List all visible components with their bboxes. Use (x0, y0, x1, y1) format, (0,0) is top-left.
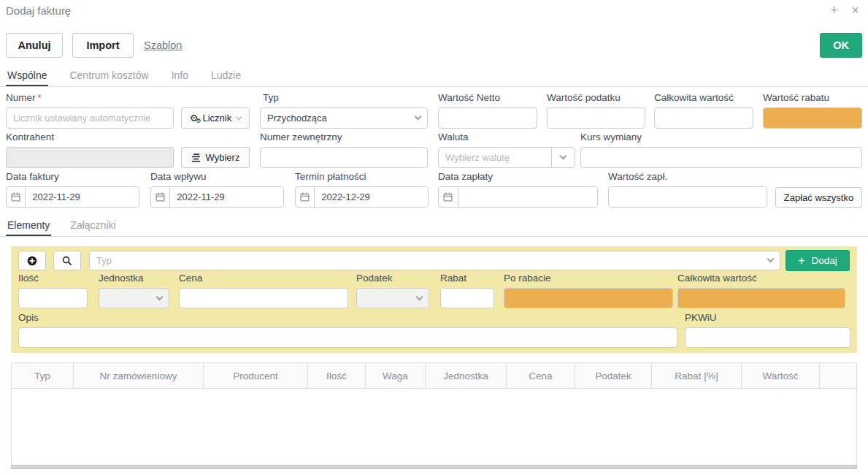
tab-centrum-kosztow[interactable]: Centrum kosztów (68, 69, 150, 86)
col-cena[interactable]: Cena (507, 363, 575, 389)
waluta-label: Waluta (438, 132, 469, 142)
po-rabacie-label: Po rabacie (504, 273, 551, 284)
opis-label: Opis (18, 312, 39, 323)
col-rabat[interactable]: Rabat [%] (652, 363, 742, 389)
plus-icon: + (798, 254, 804, 267)
import-button[interactable]: Import (72, 33, 134, 58)
items-table: Typ Nr zamówieniowy Producent Ilość Waga… (11, 362, 857, 469)
tab-elementy[interactable]: Elementy (6, 219, 51, 236)
payment-due-date-input[interactable] (315, 187, 428, 207)
cena-label: Cena (179, 273, 202, 284)
tab-wspolne[interactable]: Wspólne (6, 69, 48, 86)
element-entry-panel: Typ + Dodaj Ilość Jednostka Cena Podatek… (11, 246, 857, 353)
podatek-label: Podatek (356, 273, 393, 284)
plus-circle-icon (27, 256, 37, 266)
data-wplywu-label: Data wpływu (150, 171, 207, 182)
tax-select[interactable] (356, 288, 429, 308)
receipt-date-input[interactable] (170, 187, 283, 207)
add-element-button[interactable] (18, 251, 46, 270)
window-add-icon[interactable]: + (830, 3, 838, 17)
discount-input[interactable] (440, 288, 494, 308)
payment-date-field[interactable] (438, 186, 598, 208)
element-type-combobox[interactable]: Typ (89, 251, 780, 270)
col-typ[interactable]: Typ (12, 363, 74, 389)
wartosc-zapl-label: Wartość zapł. (608, 171, 667, 182)
gears-icon: ⚙⚙ (190, 113, 199, 123)
tab-info[interactable]: Info (170, 69, 190, 86)
template-link[interactable]: Szablon (144, 39, 182, 51)
tab-ludzie[interactable]: Ludzie (210, 69, 242, 86)
col-podatek[interactable]: Podatek (575, 363, 652, 389)
payment-due-date-field[interactable] (295, 186, 429, 208)
pkwiu-label: PKWiU (685, 312, 717, 323)
calkowita-wartosc-item-label: Całkowita wartość (677, 273, 757, 284)
calendar-icon[interactable] (151, 187, 170, 207)
table-empty-body (11, 389, 857, 465)
numer-zewnetrzny-label: Numer zewnętrzny (260, 132, 342, 142)
price-input[interactable] (179, 288, 348, 308)
quantity-input[interactable] (18, 288, 88, 308)
invoice-date-field[interactable] (6, 186, 139, 208)
table-header-row: Typ Nr zamówieniowy Producent Ilość Waga… (12, 363, 857, 389)
discount-value-input[interactable] (763, 107, 862, 129)
choose-contractor-button[interactable]: Wybierz (181, 147, 250, 168)
search-icon (62, 256, 72, 266)
tax-value-input[interactable] (547, 107, 645, 129)
tab-zalaczniki[interactable]: Załączniki (69, 219, 117, 236)
chevron-down-icon (560, 153, 567, 160)
chevron-down-icon (767, 256, 775, 263)
col-waga[interactable]: Waga (366, 363, 426, 389)
paid-value-input[interactable] (608, 186, 767, 208)
exchange-rate-input[interactable] (580, 147, 862, 168)
required-asterisk: * (38, 92, 42, 103)
jednostka-label: Jednostka (99, 273, 144, 284)
chevron-down-icon (415, 113, 422, 121)
window-close-icon[interactable]: × (851, 3, 859, 17)
col-producent[interactable]: Producent (204, 363, 308, 389)
calendar-icon[interactable] (296, 187, 315, 207)
unit-select[interactable] (99, 288, 169, 308)
chevron-down-icon (236, 113, 242, 119)
invoice-date-input[interactable] (26, 187, 139, 207)
total-value-input[interactable] (654, 107, 753, 129)
description-input[interactable] (18, 327, 677, 348)
licznik-button[interactable]: ⚙⚙ Licznik (181, 107, 250, 129)
invoice-type-select[interactable]: Przychodząca (260, 107, 428, 129)
wartosc-rabatu-label: Wartość rabatu (763, 92, 829, 103)
pay-all-button[interactable]: Zapłać wszystko (775, 187, 862, 208)
currency-dropdown-toggle[interactable] (551, 148, 575, 167)
cancel-button[interactable]: Anuluj (6, 33, 63, 58)
payment-date-input[interactable] (458, 187, 597, 207)
calendar-icon[interactable] (7, 187, 26, 207)
sub-tabs: Elementy Załączniki (0, 219, 868, 237)
item-total-input[interactable] (677, 288, 845, 308)
invoice-number-input[interactable] (6, 107, 174, 129)
chevron-down-icon (416, 293, 423, 300)
kurs-wymiany-label: Kurs wymiany (580, 132, 642, 142)
pkwiu-input[interactable] (685, 327, 850, 348)
wartosc-podatku-label: Wartość podatku (547, 92, 621, 103)
receipt-date-field[interactable] (150, 186, 284, 208)
col-ilosc[interactable]: Ilość (308, 363, 366, 389)
col-actions (820, 363, 857, 389)
search-element-button[interactable] (53, 251, 81, 270)
rabat-label: Rabat (440, 273, 466, 284)
col-nr-zamowieniowy[interactable]: Nr zamówieniowy (74, 363, 204, 389)
add-item-button[interactable]: + Dodaj (786, 250, 850, 271)
ok-button[interactable]: OK (820, 33, 862, 58)
calendar-icon[interactable] (439, 187, 458, 207)
chevron-down-icon (156, 293, 164, 300)
external-number-input[interactable] (260, 147, 428, 168)
staggered-bars-icon (191, 153, 201, 162)
after-discount-input[interactable] (504, 288, 673, 308)
data-zaplaty-label: Data zapłaty (438, 171, 493, 182)
main-tabs: Wspólne Centrum kosztów Info Ludzie (0, 69, 868, 87)
contractor-input (6, 147, 174, 168)
net-value-input[interactable] (438, 107, 537, 129)
ilosc-label: Ilość (18, 273, 39, 284)
col-jednostka[interactable]: Jednostka (426, 363, 507, 389)
col-wartosc[interactable]: Wartość (742, 363, 820, 389)
typ-label: Typ (263, 92, 279, 103)
currency-select[interactable]: Wybierz walutę (438, 147, 575, 168)
horizontal-scrollbar[interactable] (11, 465, 857, 469)
